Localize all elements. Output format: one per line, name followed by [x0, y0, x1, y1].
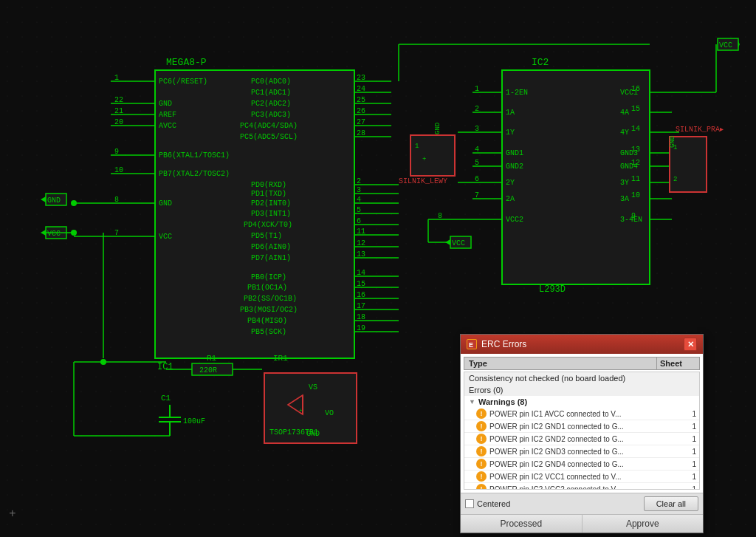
svg-text:PB2(SS/OC1B): PB2(SS/OC1B)	[244, 295, 297, 303]
svg-text:IC1: IC1	[157, 362, 173, 372]
svg-text:AVCC: AVCC	[159, 122, 176, 130]
svg-text:PC1(ADC1): PC1(ADC1)	[251, 89, 291, 97]
svg-text:R1: R1	[207, 354, 217, 363]
svg-text:5: 5	[357, 206, 361, 214]
svg-text:14: 14	[631, 125, 640, 133]
warning-icon: !	[476, 484, 487, 490]
erc-warning-row[interactable]: ! POWER pin IC2 GND2 connected to G... 1	[464, 433, 699, 445]
warning-icon: !	[476, 446, 487, 456]
type-column-header: Type	[464, 358, 657, 369]
svg-text:PD6(AIN0): PD6(AIN0)	[251, 243, 291, 251]
svg-text:AREF: AREF	[159, 111, 176, 119]
svg-text:GND2: GND2	[506, 163, 523, 171]
svg-text:15: 15	[631, 105, 640, 113]
svg-text:PC5(ADC5/SCL): PC5(ADC5/SCL)	[240, 133, 298, 141]
warning-icon: !	[476, 459, 487, 469]
svg-text:15: 15	[357, 280, 365, 288]
svg-text:100uF: 100uF	[183, 417, 205, 425]
svg-text:PD7(AIN1): PD7(AIN1)	[251, 254, 291, 262]
svg-text:PB0(ICP): PB0(ICP)	[251, 273, 286, 281]
svg-text:8: 8	[438, 212, 442, 220]
svg-text:PC3(ADC3): PC3(ADC3)	[251, 111, 291, 119]
centered-checkbox-area[interactable]: Centered	[465, 499, 510, 508]
svg-text:SILNIK_PRA▸: SILNIK_PRA▸	[676, 126, 724, 134]
svg-text:7: 7	[114, 229, 119, 237]
processed-button[interactable]: Processed	[461, 515, 583, 533]
erc-close-button[interactable]: ✕	[684, 338, 697, 351]
warning-count: 1	[687, 423, 696, 431]
svg-text:GND: GND	[159, 100, 172, 108]
svg-text:PB5(SCK): PB5(SCK)	[251, 328, 286, 336]
svg-text:7: 7	[475, 191, 479, 199]
svg-text:13: 13	[357, 250, 365, 259]
svg-text:19: 19	[357, 324, 365, 332]
warning-text: POWER pin IC2 VCC1 connected to V...	[489, 473, 684, 481]
svg-text:1: 1	[114, 74, 119, 82]
erc-header-row: Type Sheet	[464, 357, 700, 370]
svg-text:1-2EN: 1-2EN	[506, 89, 528, 97]
svg-text:4Y: 4Y	[620, 129, 629, 137]
svg-text:13: 13	[631, 146, 640, 154]
svg-text:27: 27	[357, 118, 365, 126]
erc-warning-row[interactable]: ! POWER pin IC2 GND1 connected to G... 1	[464, 420, 699, 433]
svg-text:6: 6	[357, 217, 361, 225]
svg-text:GND: GND	[669, 136, 676, 148]
erc-list[interactable]: Consistency not checked (no board loaded…	[464, 372, 700, 490]
svg-text:3: 3	[475, 125, 479, 133]
svg-text:12: 12	[631, 159, 640, 167]
svg-text:4: 4	[475, 146, 479, 154]
svg-point-38	[71, 230, 77, 236]
svg-text:20: 20	[114, 118, 123, 126]
svg-text:PC4(ADC4/SDA): PC4(ADC4/SDA)	[240, 122, 298, 130]
svg-text:PD4(XCK/T0): PD4(XCK/T0)	[244, 221, 292, 229]
approve-button[interactable]: Approve	[583, 515, 704, 533]
svg-text:GND: GND	[159, 199, 172, 208]
svg-rect-100	[502, 70, 650, 284]
warning-text: POWER pin IC2 GND3 connected to G...	[489, 448, 684, 456]
svg-text:MEGA8-P: MEGA8-P	[166, 57, 207, 68]
warning-count: 1	[687, 448, 696, 456]
warning-count: 1	[687, 473, 696, 481]
centered-checkbox[interactable]	[465, 499, 474, 508]
svg-text:PB4(MISO): PB4(MISO)	[247, 317, 287, 325]
svg-text:4A: 4A	[620, 109, 629, 117]
svg-text:PC2(ADC2): PC2(ADC2)	[251, 100, 291, 108]
svg-text:10: 10	[114, 166, 123, 174]
svg-text:2: 2	[673, 176, 677, 183]
svg-text:220R: 220R	[199, 366, 217, 374]
warning-icon: !	[476, 434, 487, 444]
svg-text:L293D: L293D	[539, 284, 566, 295]
erc-warning-row[interactable]: ! POWER pin IC2 VCC1 connected to V... 1	[464, 471, 699, 483]
svg-text:PD2(INT0): PD2(INT0)	[251, 199, 291, 208]
erc-warning-row[interactable]: ! POWER pin IC2 GND4 connected to G... 1	[464, 458, 699, 471]
svg-text:PB6(XTAL1/TOSC1): PB6(XTAL1/TOSC1)	[159, 151, 230, 160]
clear-all-button[interactable]: Clear all	[644, 496, 698, 511]
svg-text:VCC: VCC	[719, 41, 732, 49]
svg-text:9: 9	[114, 148, 119, 156]
svg-text:4: 4	[357, 196, 361, 204]
svg-text:2: 2	[475, 105, 479, 113]
svg-text:22: 22	[114, 96, 123, 104]
svg-text:SILNIK_LEWY: SILNIK_LEWY	[399, 177, 447, 185]
svg-text:IC2: IC2	[532, 57, 549, 68]
erc-warning-row[interactable]: ! POWER pin IC1 AVCC connected to V... 1	[464, 408, 699, 420]
svg-text:VCC: VCC	[47, 230, 61, 238]
warning-icon: !	[476, 408, 487, 419]
svg-text:3: 3	[357, 186, 361, 194]
erc-title-left: E ERC Errors	[467, 339, 526, 349]
erc-warning-row[interactable]: ! POWER pin IC2 VCC2 connected to V... 1	[464, 483, 699, 490]
svg-text:28: 28	[357, 129, 365, 137]
svg-rect-160	[410, 135, 455, 176]
svg-text:IR1: IR1	[273, 354, 288, 363]
svg-text:C1: C1	[161, 394, 171, 403]
svg-text:2A: 2A	[506, 195, 515, 203]
svg-text:GND: GND	[306, 430, 320, 438]
erc-title: ERC Errors	[481, 339, 526, 349]
erc-warning-row[interactable]: ! POWER pin IC2 GND3 connected to G... 1	[464, 445, 699, 458]
sheet-column-header: Sheet	[657, 358, 690, 369]
svg-text:1: 1	[415, 143, 419, 150]
warning-count: 1	[687, 410, 696, 418]
svg-text:17: 17	[357, 302, 365, 310]
svg-text:VCC: VCC	[452, 239, 465, 247]
svg-text:3A: 3A	[620, 195, 629, 203]
